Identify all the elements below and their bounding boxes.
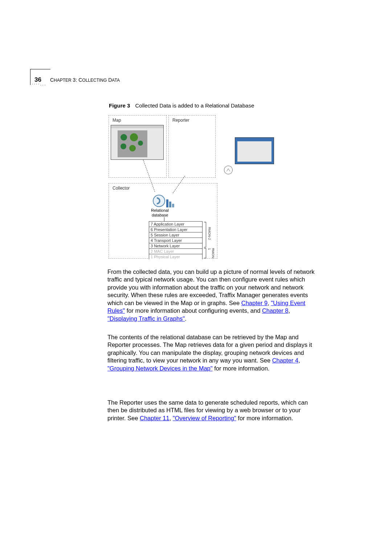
chapter-title: CHAPTER 3: COLLECTING DATA [50, 76, 120, 83]
map-label: Map [112, 118, 122, 123]
layer-7: 7 Application Layer [149, 221, 203, 227]
figure-caption-text: Collected Data is added to a Relational … [135, 102, 254, 109]
osi-layer-stack: 7 Application Layer 6 Presentation Layer… [149, 221, 221, 259]
layer-4: 4 Transport Layer [149, 238, 203, 243]
layer-6: 6 Presentation Layer [149, 227, 203, 232]
map-box: Map [109, 115, 167, 178]
paragraph-1: From the collected data, you can build u… [107, 268, 316, 323]
map-screenshot-icon [111, 125, 164, 160]
paragraph-3: The Reporter uses the same data to gener… [107, 399, 316, 422]
svg-rect-3 [172, 204, 174, 207]
collector-label: Collector [112, 186, 130, 191]
layer-1: 1 Physical Layer [149, 254, 203, 259]
svg-rect-1 [166, 199, 168, 207]
db-to-stack-line [164, 217, 164, 222]
db-label-1: Relational [151, 208, 169, 212]
header-dots-icon: ·····... [30, 82, 46, 86]
link-overview-reporting[interactable]: "Overview of Reporting" [173, 415, 236, 421]
link-grouping-devices[interactable]: "Grouping Network Devices in the Map" [107, 365, 213, 372]
layer-5: 5 Session Layer [149, 232, 203, 238]
reporter-box: Reporter [168, 115, 216, 178]
link-chapter-8[interactable]: Chapter 8 [262, 307, 288, 314]
figure-label: Figure 3 [109, 102, 130, 109]
reporter-label: Reporter [172, 118, 190, 123]
rmon1-bracket [204, 248, 206, 258]
rmon2-bracket [204, 222, 206, 247]
link-chapter-11[interactable]: Chapter 11 [140, 415, 170, 421]
rmon2-label: RMON-2 [208, 227, 211, 240]
reporter-screenshot-icon [235, 137, 274, 164]
rmon1-label: RMON-1 [208, 248, 215, 259]
figure-caption: Figure 3 Collected Data is added to a Re… [109, 102, 254, 109]
layer-3: 3 Network Layer [149, 243, 203, 248]
collector-box: Collector Relational database 7 Applicat… [109, 183, 217, 259]
layer-2: 2 MAC Layer [149, 248, 203, 254]
db-label-2: database [152, 213, 168, 217]
link-chapter-4[interactable]: Chapter 4 [272, 357, 298, 364]
figure-diagram: Map Reporter Collector [107, 113, 263, 259]
link-chapter-9[interactable]: Chapter 9 [241, 300, 268, 306]
paragraph-2: The contents of the relational database … [107, 333, 316, 372]
svg-rect-2 [169, 202, 171, 207]
link-displaying-traffic[interactable]: "Displaying Traffic in Graphs" [107, 315, 185, 322]
header-rule-horizontal [30, 69, 50, 69]
magnify-icon [224, 166, 233, 174]
